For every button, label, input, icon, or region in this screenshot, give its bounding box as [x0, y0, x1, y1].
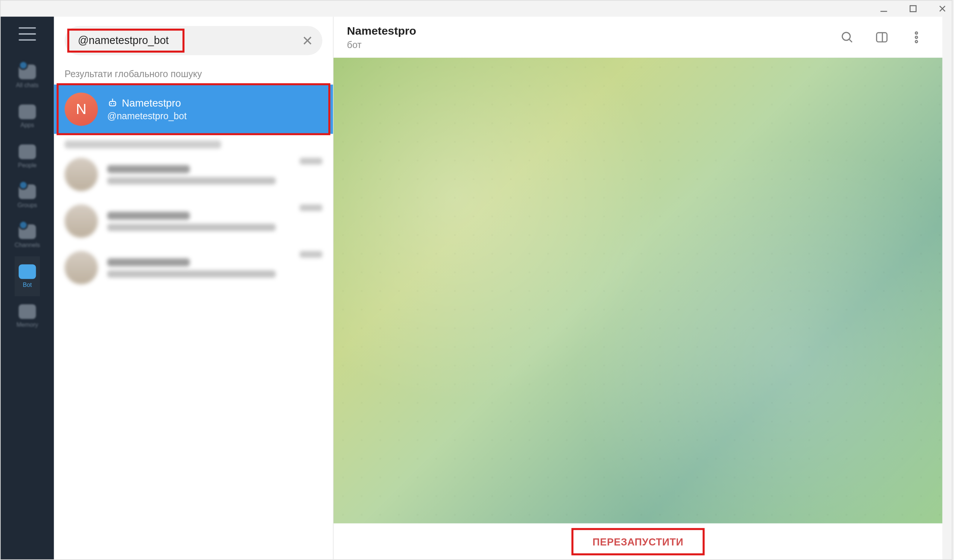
chat-list-panel: ✕ Результати глобального пошуку N Namete… — [54, 17, 334, 560]
unread-badge — [19, 61, 28, 70]
chat-title: Nametestpro — [347, 24, 416, 37]
svg-rect-0 — [910, 6, 916, 12]
window-minimize-button[interactable] — [878, 3, 889, 14]
svg-point-5 — [842, 32, 850, 40]
nav-folder-item[interactable]: All chats — [14, 57, 40, 96]
restart-bot-button[interactable]: ПЕРЕЗАПУСТИТИ — [573, 529, 703, 554]
search-result-item[interactable]: N Nametestpro @nametestpro_bot — [54, 85, 333, 134]
folder-icon — [19, 145, 36, 159]
svg-point-3 — [113, 103, 114, 104]
folder-icon — [19, 264, 36, 279]
folder-label: Apps — [20, 122, 34, 129]
svg-rect-1 — [109, 101, 116, 106]
folder-label: Groups — [17, 202, 37, 208]
scrollbar-track[interactable] — [942, 17, 952, 560]
window-maximize-button[interactable] — [908, 3, 918, 14]
svg-point-7 — [915, 32, 918, 34]
hamburger-menu-button[interactable] — [19, 27, 36, 40]
svg-point-9 — [915, 40, 918, 42]
folder-icon — [19, 304, 36, 319]
unread-badge — [19, 180, 28, 190]
nav-folder-item[interactable]: People — [14, 136, 40, 176]
clear-search-icon[interactable]: ✕ — [302, 34, 313, 47]
nav-folder-item[interactable]: Apps — [14, 96, 40, 136]
blurred-content — [54, 151, 333, 198]
svg-point-2 — [111, 103, 112, 104]
svg-rect-6 — [876, 33, 887, 42]
chat-footer: ПЕРЕЗАПУСТИТИ — [334, 523, 942, 560]
bot-badge-icon — [108, 98, 118, 109]
nav-folder-item[interactable]: Groups — [14, 177, 40, 216]
folder-label: Memory — [16, 322, 38, 328]
blurred-content — [54, 244, 333, 291]
unread-badge — [19, 221, 28, 230]
side-panel-icon[interactable] — [869, 24, 894, 50]
nav-folder-item[interactable]: Memory — [14, 296, 40, 336]
avatar: N — [64, 92, 98, 126]
chat-panel: Nametestpro бот ПЕРЕЗАПУСТИТИ — [334, 17, 942, 560]
search-input[interactable] — [77, 34, 293, 47]
blurred-content — [64, 140, 221, 148]
global-results-label: Результати глобального пошуку — [54, 64, 333, 85]
folder-navbar: All chatsAppsPeopleGroupsChannelsBotMemo… — [1, 17, 54, 560]
nav-folder-item[interactable]: Bot — [14, 256, 40, 296]
more-options-icon[interactable] — [904, 24, 929, 50]
search-field[interactable]: ✕ — [64, 26, 322, 56]
chat-subtitle: бот — [347, 39, 416, 50]
window-titlebar — [1, 1, 952, 17]
folder-label: Channels — [14, 242, 40, 249]
svg-point-8 — [915, 36, 918, 38]
chat-header[interactable]: Nametestpro бот — [334, 17, 942, 58]
window-close-button[interactable] — [937, 3, 948, 14]
chat-background — [334, 58, 942, 523]
folder-icon — [19, 105, 36, 119]
result-username: @nametestpro_bot — [108, 110, 187, 121]
search-icon[interactable] — [834, 24, 860, 50]
svg-point-4 — [112, 99, 113, 100]
nav-folder-item[interactable]: Channels — [14, 216, 40, 256]
folder-label: All chats — [16, 82, 39, 89]
blurred-content — [54, 198, 333, 244]
folder-label: People — [18, 162, 36, 168]
result-title: Nametestpro — [122, 97, 181, 109]
folder-label: Bot — [23, 282, 32, 288]
